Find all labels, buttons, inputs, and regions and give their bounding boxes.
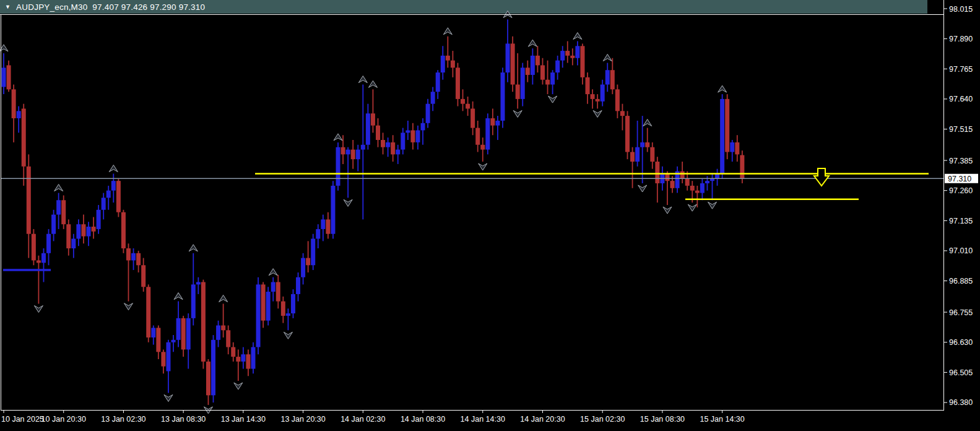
candle [102,193,106,220]
candle [545,61,550,94]
candle [346,147,350,198]
candle [540,58,545,85]
candle [480,137,485,162]
candle [431,87,435,111]
candle [630,147,635,188]
price-axis-label: 97.640 [949,95,973,103]
candle [191,253,196,326]
candle [206,359,210,405]
candle [2,53,6,94]
candle [415,126,420,150]
candle [550,70,555,94]
candle [625,111,630,159]
candle [620,104,625,131]
candle [97,205,101,234]
candle [421,118,425,145]
sell-arrow-icon[interactable] [814,168,829,186]
candle [376,118,380,147]
time-axis-label: 10 Jan 20:30 [41,415,86,424]
price-axis-label: 97.135 [949,217,973,225]
candle [87,222,91,246]
candle [730,140,734,162]
candle [216,321,220,347]
price-axis-label: 97.010 [949,246,973,255]
candle [725,94,729,159]
candle [301,253,305,285]
candle [306,241,310,272]
candle [635,121,640,167]
candle [381,133,385,154]
candle [92,217,96,238]
fractal-up-icon [573,33,582,40]
candle [511,37,515,92]
fractal-down-icon [479,163,487,170]
fractal-up-icon [219,295,228,302]
candle [351,140,355,169]
time-axis-label: 13 Jan 14:30 [221,415,266,424]
candle [441,46,445,79]
candle [466,97,470,116]
candle [136,251,141,272]
candle [271,277,275,302]
candle [261,282,266,328]
candle [521,63,525,107]
candle [655,157,659,202]
time-axis-label: 15 Jan 02:30 [580,415,625,424]
price-axis-label: 97.890 [949,35,973,43]
price-axis[interactable]: 98.01597.89097.76597.64097.51597.38597.2… [944,5,978,407]
candle [675,167,680,193]
candle [266,287,271,325]
time-axis[interactable]: 10 Jan 202510 Jan 20:3013 Jan 02:3013 Ja… [1,411,745,424]
candle [51,210,56,242]
candle [27,154,31,258]
price-axis-label: 96.380 [949,398,973,407]
candle [196,277,201,294]
candle [186,313,191,368]
fractal-up-icon [54,185,63,191]
time-axis-label: 13 Jan 20:30 [280,415,325,424]
candle [256,277,261,354]
fractal-down-icon [344,199,352,206]
candle [161,349,165,373]
candle [615,85,620,118]
candle [605,63,610,92]
candle [715,169,719,186]
fractal-up-icon [643,120,652,126]
fractal-down-icon [234,383,243,390]
current-price-badge-text: 97.310 [948,175,971,183]
candle [37,256,41,304]
candle [735,135,739,162]
candle [386,137,390,157]
candle [610,58,615,94]
fractal-down-icon [593,110,602,117]
fractal-up-icon [368,81,377,87]
fractal-down-icon [34,306,43,313]
candle [446,37,450,68]
price-axis-label: 96.885 [949,277,973,285]
chart-plot-area[interactable]: 98.01597.89097.76597.64097.51597.38597.2… [0,0,980,431]
candle [356,145,360,172]
fractal-up-icon [358,76,367,83]
candle [151,326,155,345]
time-axis-label: 15 Jan 14:30 [700,415,744,424]
candle [680,162,685,183]
price-axis-label: 97.385 [949,157,973,165]
fractal-up-icon [189,245,197,251]
candle [81,215,85,244]
candle [321,215,325,242]
candle [495,116,500,140]
candle [176,302,181,347]
candle [46,229,51,265]
candle [66,219,71,255]
candle [396,145,400,164]
candle [596,94,600,108]
candle [391,135,395,162]
candle [331,181,335,238]
price-axis-label: 96.755 [949,308,973,317]
candle [141,258,145,292]
candle [531,48,535,84]
candle [61,195,66,229]
fractal-down-icon [688,204,696,211]
candle [461,89,465,111]
candle [106,186,111,210]
